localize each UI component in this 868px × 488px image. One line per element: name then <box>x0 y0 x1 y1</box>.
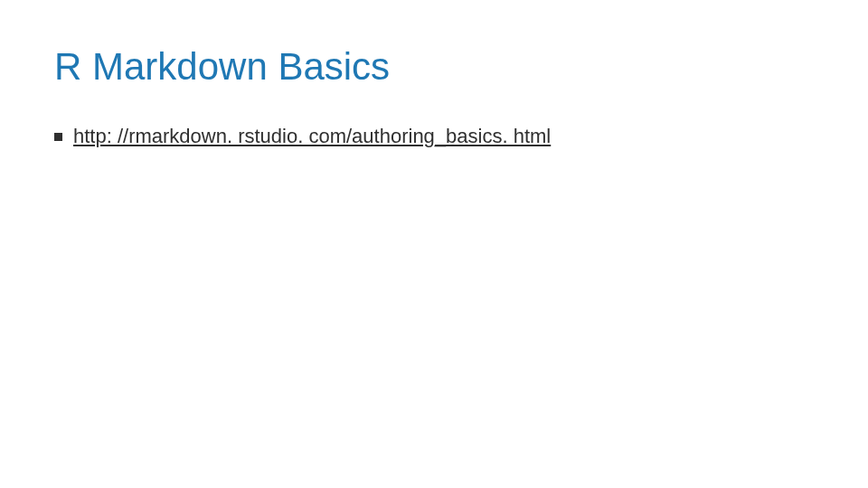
rmarkdown-link[interactable]: http: //rmarkdown. rstudio. com/authorin… <box>73 125 551 148</box>
slide-title: R Markdown Basics <box>54 45 814 89</box>
square-bullet-icon <box>54 133 62 141</box>
bullet-item: http: //rmarkdown. rstudio. com/authorin… <box>54 125 814 148</box>
slide-container: R Markdown Basics http: //rmarkdown. rst… <box>0 0 868 193</box>
